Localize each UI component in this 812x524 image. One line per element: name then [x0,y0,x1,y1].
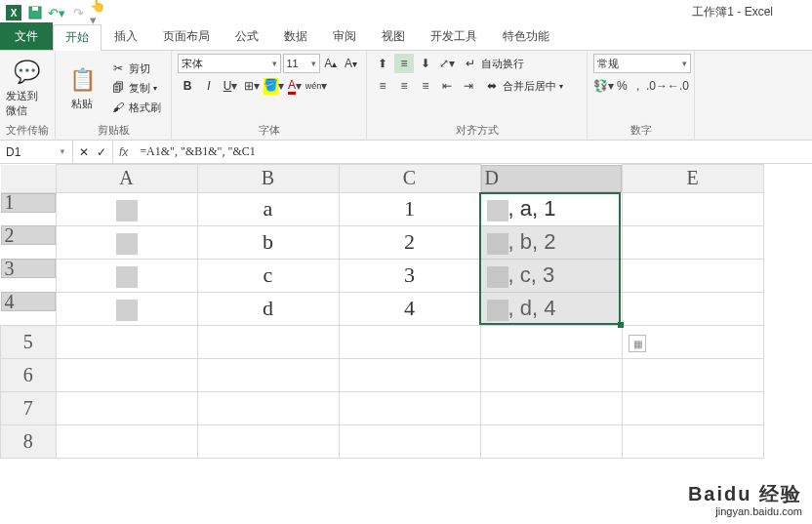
cell-C1[interactable]: 1 [339,192,480,225]
cancel-formula-button[interactable]: ✕ [79,145,89,159]
tab-review[interactable]: 审阅 [320,23,369,50]
underline-button[interactable]: U▾ [221,76,240,96]
italic-button[interactable]: I [199,76,219,96]
cell-E1[interactable] [622,192,763,225]
indent-inc-button[interactable]: ⇥ [459,76,478,96]
tab-data[interactable]: 数据 [271,23,320,50]
cell-D1[interactable]: , a, 1 [480,192,622,225]
cell-C4[interactable]: 4 [339,292,480,325]
autofill-options-button[interactable]: ▦ [629,335,646,352]
font-name-select[interactable]: 宋体▾ [178,54,281,73]
paste-icon: 📋 [67,65,97,95]
fx-icon[interactable]: fx [113,145,134,159]
row-header-3[interactable]: 3 [1,259,56,278]
cell-B2[interactable]: b [197,225,339,259]
merge-center-button[interactable]: ⬌合并后居中 ▾ [480,77,567,95]
formula-input[interactable]: =A1&", "&B1&", "&C1 [134,144,812,159]
cell-D3[interactable]: , c, 3 [480,259,622,292]
row-header-7[interactable]: 7 [1,391,57,424]
row-header-6[interactable]: 6 [1,358,57,391]
cell-D2[interactable]: , b, 2 [480,225,622,259]
align-bottom-button[interactable]: ⬇ [416,54,435,73]
cut-button[interactable]: ✂剪切 [106,60,165,77]
percent-button[interactable]: % [615,76,629,96]
currency-button[interactable]: 💱▾ [593,76,613,96]
dec-decimal-button[interactable]: ←.0 [669,76,688,96]
cell-A4[interactable] [56,292,197,325]
cell-B4[interactable]: d [197,292,339,325]
tab-view[interactable]: 视图 [369,23,418,50]
select-all-corner[interactable] [1,165,57,193]
row-header-8[interactable]: 8 [1,424,57,458]
font-color-button[interactable]: A▾ [285,76,304,96]
touch-icon[interactable]: 👆▾ [90,3,109,22]
fill-color-button[interactable]: 🪣▾ [264,76,283,96]
scissors-icon: ✂ [110,60,126,76]
send-to-wechat-button[interactable]: 💬发送到微信 [6,54,47,122]
tab-layout[interactable]: 页面布局 [150,23,223,50]
cell-E2[interactable] [622,225,763,259]
undo-icon[interactable]: ↶▾ [47,3,66,22]
watermark: Baidu 经验jingyan.baidu.com [688,482,802,518]
tab-formula[interactable]: 公式 [223,23,271,50]
col-header-A[interactable]: A [56,165,197,193]
align-right-button[interactable]: ≡ [416,76,435,96]
align-center-button[interactable]: ≡ [394,76,414,96]
tab-feat[interactable]: 特色功能 [490,23,562,50]
ribbon-tabs: 文件 开始 插入 页面布局 公式 数据 审阅 视图 开发工具 特色功能 [0,25,812,51]
align-left-button[interactable]: ≡ [373,76,392,96]
col-header-B[interactable]: B [197,165,339,193]
col-header-E[interactable]: E [622,165,763,193]
cell-A2[interactable] [56,225,197,259]
orientation-button[interactable]: ⤢▾ [437,54,457,73]
tab-dev[interactable]: 开发工具 [418,23,490,50]
cell-B1[interactable]: a [197,192,339,225]
col-header-C[interactable]: C [339,165,480,193]
cell-D4[interactable]: , d, 4 [480,292,622,325]
window-title: 工作簿1 - Excel [692,4,773,20]
row-header-4[interactable]: 4 [1,292,56,311]
cell-C3[interactable]: 3 [339,259,480,292]
format-painter-button[interactable]: 🖌格式刷 [106,99,165,116]
wechat-icon: 💬 [12,58,41,87]
svg-text:X: X [11,8,18,19]
phonetic-button[interactable]: wén▾ [306,76,326,96]
col-header-D[interactable]: D [481,165,622,192]
spreadsheet-grid[interactable]: A B C D E 1a1, a, 1 2b2, b, 2 3c3, c, 3 … [0,164,812,459]
cell-A1[interactable] [56,192,197,225]
redo-icon[interactable]: ↷ [68,3,88,22]
row-header-2[interactable]: 2 [1,225,56,245]
tab-file[interactable]: 文件 [0,22,53,50]
font-size-select[interactable]: 11▾ [283,54,320,73]
row-header-5[interactable]: 5 [1,325,57,358]
name-box[interactable]: D1▼ [0,141,73,163]
cell-C2[interactable]: 2 [339,225,480,259]
shrink-font-button[interactable]: A▾ [342,54,360,73]
inc-decimal-button[interactable]: .0→ [647,76,667,96]
row-header-1[interactable]: 1 [1,193,56,213]
formula-bar: D1▼ ✕ ✓ fx =A1&", "&B1&", "&C1 [0,141,812,164]
comma-button[interactable]: , [631,76,646,96]
group-font: 宋体▾ 11▾ A▴ A▾ B I U▾ ⊞▾ 🪣▾ A▾ wén▾ 字体 [172,51,367,140]
bold-button[interactable]: B [178,76,197,96]
quick-access-toolbar: X ↶▾ ↷ 👆▾ 工作簿1 - Excel [0,0,812,25]
tab-insert[interactable]: 插入 [102,23,150,50]
indent-dec-button[interactable]: ⇤ [437,76,457,96]
grow-font-button[interactable]: A▴ [322,54,341,73]
brush-icon: 🖌 [110,100,126,115]
align-top-button[interactable]: ⬆ [373,54,392,73]
save-icon[interactable] [25,3,45,22]
border-button[interactable]: ⊞▾ [242,76,262,96]
wrap-icon: ↵ [463,56,478,71]
paste-button[interactable]: 📋粘贴 [61,54,102,122]
cell-A3[interactable] [56,259,197,292]
align-middle-button[interactable]: ≡ [394,54,414,73]
wrap-text-button[interactable]: ↵自动换行 [459,55,528,72]
copy-button[interactable]: 🗐复制 ▾ [106,79,165,97]
cell-E4[interactable] [622,292,763,325]
cell-B3[interactable]: c [197,259,339,292]
tab-home[interactable]: 开始 [53,24,102,51]
enter-formula-button[interactable]: ✓ [97,145,106,159]
number-format-select[interactable]: 常规▾ [593,54,691,73]
cell-E3[interactable] [622,259,763,292]
